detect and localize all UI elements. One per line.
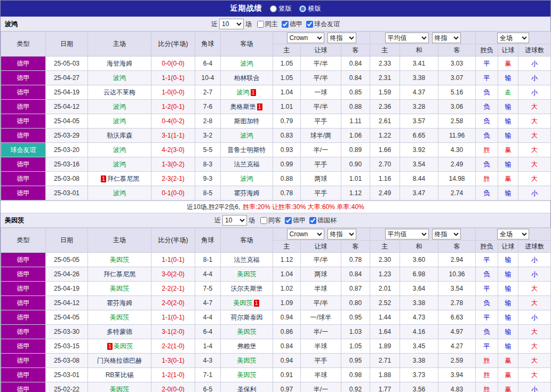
home-team-name[interactable]: RB莱比锡: [106, 371, 134, 379]
away-team-name[interactable]: 美因茨: [237, 371, 257, 379]
away-team-name[interactable]: 波鸿: [241, 175, 253, 182]
match-count-select[interactable]: 10: [219, 19, 244, 29]
home-team-name[interactable]: 云达不莱梅: [103, 89, 135, 96]
score-cell[interactable]: 0-1(0-0): [151, 186, 195, 201]
home-team-name[interactable]: 美因茨: [110, 386, 129, 392]
filter-checkbox[interactable]: 德甲: [282, 20, 302, 29]
odds-home-cell: 0.93: [273, 143, 301, 157]
odds-source-select[interactable]: Crown: [287, 229, 324, 239]
score-cell[interactable]: 1-0(0-0): [151, 85, 195, 100]
away-team-name[interactable]: 美因茨: [237, 357, 257, 364]
avg-draw-cell: 3.47: [400, 186, 438, 201]
score-cell[interactable]: 1-1(0-1): [151, 71, 195, 85]
home-team-name[interactable]: 美因茨: [110, 314, 129, 321]
odds-time-select[interactable]: 终指: [328, 33, 356, 43]
odds-home-cell: 0.86: [273, 325, 301, 339]
score-cell[interactable]: 1-1(0-1): [151, 253, 195, 267]
home-team-name[interactable]: 霍芬海姆: [107, 299, 132, 307]
score-cell[interactable]: 4-2(3-0): [151, 143, 195, 157]
home-team-name[interactable]: 美因茨: [110, 256, 129, 263]
away-team-name[interactable]: 法兰克福: [234, 256, 260, 263]
filter-checkbox-input[interactable]: [285, 217, 292, 224]
vertical-radio-input[interactable]: [270, 5, 277, 12]
avg-odds-select[interactable]: 平均值: [385, 229, 429, 239]
filter-checkbox-input[interactable]: [260, 217, 267, 224]
away-team-name[interactable]: 荷尔斯泰因: [231, 314, 263, 321]
away-team-name[interactable]: 美因茨: [237, 328, 257, 335]
score-cell[interactable]: 2-0(0-0): [151, 382, 195, 392]
home-team-name[interactable]: 拜仁慕尼黑: [107, 175, 139, 182]
scope-select[interactable]: 全场: [497, 33, 529, 43]
goals-result-cell: 小: [518, 253, 551, 267]
match-count-select[interactable]: 10: [222, 215, 247, 226]
score-cell[interactable]: 1-3(0-2): [151, 157, 195, 172]
filter-checkbox[interactable]: 德甲: [285, 216, 306, 225]
home-team-name[interactable]: 波鸿: [113, 161, 126, 168]
filter-checkbox[interactable]: 德国杯: [309, 216, 337, 225]
away-team-name[interactable]: 普鲁士明斯特: [228, 146, 266, 154]
home-team-name[interactable]: 波鸿: [113, 74, 126, 82]
score-cell[interactable]: 3-1(1-1): [151, 129, 195, 143]
away-team-name[interactable]: 奥格斯堡: [230, 103, 256, 110]
score-cell[interactable]: 3-0(2-0): [151, 267, 195, 282]
horizontal-radio-input[interactable]: [299, 5, 306, 12]
home-team-name[interactable]: 门兴格拉德巴赫: [97, 357, 142, 364]
away-team-name[interactable]: 沃尔夫斯堡: [231, 285, 263, 292]
avg-away-cell: 3.94: [438, 368, 476, 382]
filter-checkbox-input[interactable]: [309, 217, 316, 224]
score-cell[interactable]: 1-3(0-1): [151, 354, 195, 368]
match-row: 德甲25-03-151美因茨2-2(1-0)1-4弗赖堡0.84半球1.051.…: [1, 339, 551, 354]
layout-radio-horizontal[interactable]: 横版: [299, 4, 321, 13]
away-team-name[interactable]: 霍芬海姆: [234, 189, 260, 197]
layout-radio-vertical[interactable]: 竖版: [270, 4, 292, 13]
home-team-name[interactable]: 波鸿: [113, 103, 126, 110]
handicap-result-cell: 输: [498, 310, 518, 325]
away-team-name[interactable]: 美因茨: [234, 299, 253, 307]
filter-checkbox[interactable]: 同主: [257, 20, 278, 29]
odds-source-select[interactable]: Crown: [287, 33, 324, 43]
match-date: 25-04-19: [46, 85, 88, 100]
filter-checkbox-input[interactable]: [306, 21, 313, 28]
match-row: 德甲25-04-26拜仁慕尼黑3-0(2-0)4-4美因茨1.04两球0.841…: [1, 267, 551, 282]
home-team-name[interactable]: 波鸿: [113, 189, 126, 197]
away-team-name[interactable]: 圣保利: [237, 386, 257, 392]
home-team-name[interactable]: 拜仁慕尼黑: [103, 270, 135, 278]
away-team-name[interactable]: 波鸿: [237, 89, 250, 96]
score-cell[interactable]: 1-1(0-1): [151, 310, 195, 325]
home-team-name[interactable]: 多特蒙德: [107, 328, 132, 335]
home-team-name[interactable]: 波鸿: [113, 146, 126, 154]
away-team-name[interactable]: 弗赖堡: [237, 342, 257, 350]
away-team-name[interactable]: 波鸿: [241, 132, 253, 139]
home-team-name[interactable]: 勒沃库森: [107, 132, 132, 139]
home-team-name[interactable]: 美因茨: [114, 342, 133, 350]
goals-result-cell: 小: [518, 57, 551, 71]
filter-checkbox[interactable]: 同客: [260, 216, 281, 225]
away-team-cell: 美因茨: [221, 368, 273, 382]
away-team-name[interactable]: 美因茨: [237, 270, 257, 278]
away-team-name[interactable]: 斯图加特: [234, 117, 260, 125]
score-cell[interactable]: 0-0(0-0): [151, 57, 195, 71]
filter-checkbox-input[interactable]: [257, 21, 264, 28]
avg-odds-select[interactable]: 平均值: [385, 33, 429, 43]
away-team-name[interactable]: 法兰克福: [234, 161, 260, 168]
score-cell[interactable]: 1-2(1-0): [151, 368, 195, 382]
score-cell[interactable]: 2-2(1-0): [151, 339, 195, 354]
match-row: 德甲25-03-30多特蒙德3-1(2-0)6-4美因茨0.86半/一1.031…: [1, 325, 551, 339]
odds-time-select[interactable]: 终指: [328, 229, 356, 239]
score-cell[interactable]: 2-2(2-1): [151, 282, 195, 296]
home-team-name[interactable]: 波鸿: [113, 117, 126, 125]
filter-checkbox[interactable]: 球会友谊: [306, 20, 340, 29]
avg-time-select[interactable]: 终指: [432, 33, 461, 43]
score-cell[interactable]: 1-2(0-1): [151, 100, 195, 114]
filter-checkbox-input[interactable]: [282, 21, 289, 28]
avg-time-select[interactable]: 终指: [432, 229, 461, 239]
home-team-name[interactable]: 海登海姆: [107, 60, 132, 67]
score-cell[interactable]: 2-0(2-0): [151, 296, 195, 310]
away-team-name[interactable]: 柏林联合: [234, 74, 260, 82]
score-cell[interactable]: 2-3(2-1): [151, 172, 195, 186]
home-team-name[interactable]: 美因茨: [110, 285, 129, 292]
away-team-name[interactable]: 波鸿: [241, 60, 253, 67]
score-cell[interactable]: 0-4(0-2): [151, 114, 195, 129]
scope-select[interactable]: 全场: [497, 229, 529, 239]
score-cell[interactable]: 3-1(2-0): [151, 325, 195, 339]
